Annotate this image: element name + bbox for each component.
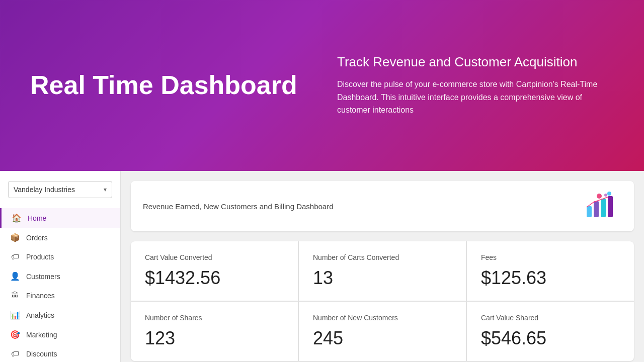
marketing-icon: 🎯 <box>10 330 20 339</box>
stat-label: Number of New Customers <box>313 314 452 322</box>
sidebar-item-discounts[interactable]: 🏷 Discounts <box>0 344 120 362</box>
svg-rect-3 <box>608 196 613 217</box>
dashboard-banner-text: Revenue Earned, New Customers and Billin… <box>143 202 334 211</box>
svg-rect-0 <box>587 206 592 217</box>
sidebar-item-analytics[interactable]: 📊 Analytics <box>0 305 120 325</box>
sidebar-item-products[interactable]: 🏷 Products <box>0 247 120 266</box>
stat-card-carts-converted: Number of Carts Converted 13 <box>299 241 466 301</box>
stat-card-new-customers: Number of New Customers 245 <box>299 302 466 361</box>
stat-value: $125.63 <box>481 267 620 289</box>
hero-description: Discover the pulse of your e-commerce st… <box>337 78 614 117</box>
discounts-icon: 🏷 <box>10 349 20 358</box>
sidebar-item-label: Products <box>26 253 54 261</box>
hero-subtitle: Track Revenue and Customer Acquisition <box>337 54 614 70</box>
sidebar-item-label: Customers <box>26 273 60 281</box>
hero-section: Real Time Dashboard Track Revenue and Cu… <box>0 0 644 171</box>
stat-card-cart-value-converted: Cart Value Converted $1432.56 <box>131 241 298 301</box>
stat-card-cart-value-shared: Cart Value Shared $546.65 <box>467 302 634 361</box>
stat-label: Fees <box>481 253 620 261</box>
sidebar-item-label: Finances <box>26 292 55 300</box>
orders-icon: 📦 <box>10 233 20 242</box>
svg-rect-2 <box>601 199 606 217</box>
svg-point-6 <box>604 194 607 197</box>
sidebar-item-label: Orders <box>26 234 48 242</box>
customers-icon: 👤 <box>10 272 20 281</box>
hero-left: Real Time Dashboard <box>30 71 307 100</box>
store-selector[interactable]: Vandelay Industries ▾ <box>8 181 112 198</box>
sidebar: Vandelay Industries ▾ 🏠 Home 📦 Orders 🏷 … <box>0 171 121 362</box>
sidebar-item-customers[interactable]: 👤 Customers <box>0 266 120 286</box>
products-icon: 🏷 <box>10 252 20 261</box>
stat-label: Cart Value Converted <box>145 253 284 261</box>
svg-rect-1 <box>594 201 599 217</box>
sidebar-item-label: Home <box>28 214 46 222</box>
svg-point-4 <box>597 194 602 199</box>
store-selector-label: Vandelay Industries <box>14 186 104 194</box>
dashboard-banner: Revenue Earned, New Customers and Billin… <box>131 181 634 231</box>
sidebar-item-home[interactable]: 🏠 Home <box>0 208 120 228</box>
sidebar-item-label: Discounts <box>26 350 57 358</box>
svg-point-5 <box>607 192 611 196</box>
main-content: Revenue Earned, New Customers and Billin… <box>121 171 644 362</box>
sidebar-item-orders[interactable]: 📦 Orders <box>0 228 120 247</box>
home-icon: 🏠 <box>12 213 22 223</box>
stat-card-fees: Fees $125.63 <box>467 241 634 301</box>
finances-icon: 🏛 <box>10 291 20 300</box>
stat-card-shares: Number of Shares 123 <box>131 302 298 361</box>
sidebar-item-label: Marketing <box>26 331 57 339</box>
stat-label: Cart Value Shared <box>481 314 620 322</box>
stat-value: 245 <box>313 328 452 349</box>
analytics-icon: 📊 <box>10 310 20 320</box>
chart-illustration <box>582 191 622 221</box>
chevron-down-icon: ▾ <box>104 186 107 193</box>
sidebar-item-marketing[interactable]: 🎯 Marketing <box>0 325 120 344</box>
stat-label: Number of Shares <box>145 314 284 322</box>
stats-grid: Cart Value Converted $1432.56 Number of … <box>131 241 634 361</box>
hero-title: Real Time Dashboard <box>30 71 307 100</box>
sidebar-item-label: Analytics <box>26 311 54 319</box>
sidebar-item-finances[interactable]: 🏛 Finances <box>0 286 120 305</box>
stat-label: Number of Carts Converted <box>313 253 452 261</box>
stat-value: 13 <box>313 267 452 289</box>
stat-value: 123 <box>145 328 284 349</box>
main-area: Vandelay Industries ▾ 🏠 Home 📦 Orders 🏷 … <box>0 171 644 362</box>
hero-right: Track Revenue and Customer Acquisition D… <box>307 54 614 117</box>
stat-value: $546.65 <box>481 328 620 349</box>
stat-value: $1432.56 <box>145 267 284 289</box>
